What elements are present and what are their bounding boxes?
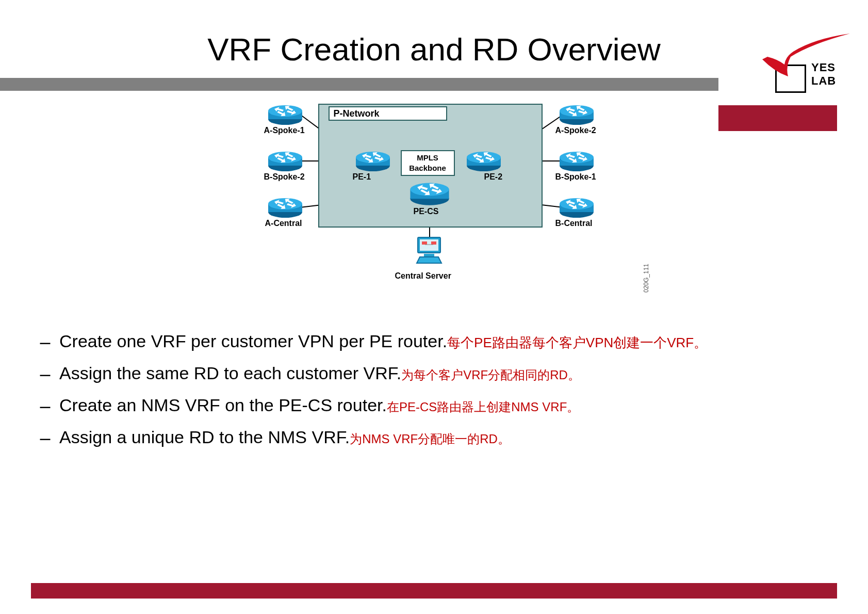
red-bar <box>718 105 837 131</box>
label-central-server: Central Server <box>395 271 451 281</box>
label-b-spoke-2: B-Spoke-2 <box>264 172 305 182</box>
label-b-spoke-1: B-Spoke-1 <box>555 172 596 182</box>
diagram-id: 020G_111 <box>643 264 650 293</box>
bullet-item: – Create an NMS VRF on the PE-CS router.… <box>31 392 837 420</box>
label-pe-2: PE-2 <box>484 172 503 182</box>
router-a-spoke-2 <box>558 104 595 125</box>
p-network-label: P-Network <box>329 106 447 121</box>
bullet-zh-2: 为每个客户VRF分配相同的RD。 <box>401 368 580 382</box>
label-a-spoke-1: A-Spoke-1 <box>264 126 305 135</box>
bullet-dash: – <box>31 360 59 388</box>
bullet-en-1: Create one VRF per customer VPN per PE r… <box>59 331 447 351</box>
bullet-list: – Create one VRF per customer VPN per PE… <box>31 328 837 452</box>
router-a-spoke-1 <box>267 104 304 125</box>
router-a-central <box>267 197 304 218</box>
svg-rect-15 <box>431 241 436 245</box>
bullet-en-2: Assign the same RD to each customer VRF. <box>59 363 401 383</box>
label-pe-1: PE-1 <box>353 172 371 182</box>
logo-text: YES LAB <box>811 61 837 88</box>
mpls-text-2: Backbone <box>409 164 446 172</box>
bullet-dash: – <box>31 392 59 420</box>
router-b-central <box>558 197 595 218</box>
mpls-text-1: MPLS <box>417 153 438 162</box>
router-pe-2 <box>465 150 502 172</box>
label-a-spoke-2: A-Spoke-2 <box>555 126 596 135</box>
svg-rect-13 <box>420 239 438 251</box>
bullet-dash: – <box>31 424 59 452</box>
label-a-central: A-Central <box>265 219 302 228</box>
bullet-zh-4: 为NMS VRF分配唯一的RD。 <box>350 432 510 446</box>
yes-lab-logo: YES LAB <box>734 31 837 93</box>
svg-rect-14 <box>422 241 427 245</box>
bottom-red-bar <box>31 583 837 599</box>
network-diagram: P-Network MPLS Backbone A-Spoke-1 B-Spok… <box>228 101 641 308</box>
router-b-spoke-2 <box>267 150 304 172</box>
bullet-item: – Assign the same RD to each customer VR… <box>31 360 837 388</box>
central-server-icon <box>414 234 445 265</box>
bullet-item: – Create one VRF per customer VPN per PE… <box>31 328 837 356</box>
bullet-zh-3: 在PE-CS路由器上创建NMS VRF。 <box>387 400 579 414</box>
mpls-backbone-label: MPLS Backbone <box>401 150 455 176</box>
router-b-spoke-1 <box>558 150 595 172</box>
bullet-zh-1: 每个PE路由器每个客户VPN创建一个VRF。 <box>447 335 707 350</box>
router-pe-1 <box>354 150 391 172</box>
bullet-dash: – <box>31 328 59 356</box>
label-pe-cs: PE-CS <box>414 207 439 216</box>
bullet-item: – Assign a unique RD to the NMS VRF.为NMS… <box>31 424 837 452</box>
gray-bar <box>0 78 718 91</box>
bullet-en-3: Create an NMS VRF on the PE-CS router. <box>59 395 387 415</box>
bullet-en-4: Assign a unique RD to the NMS VRF. <box>59 427 350 447</box>
checkmark-icon <box>760 31 853 77</box>
router-pe-cs <box>408 181 451 206</box>
label-b-central: B-Central <box>555 219 593 228</box>
